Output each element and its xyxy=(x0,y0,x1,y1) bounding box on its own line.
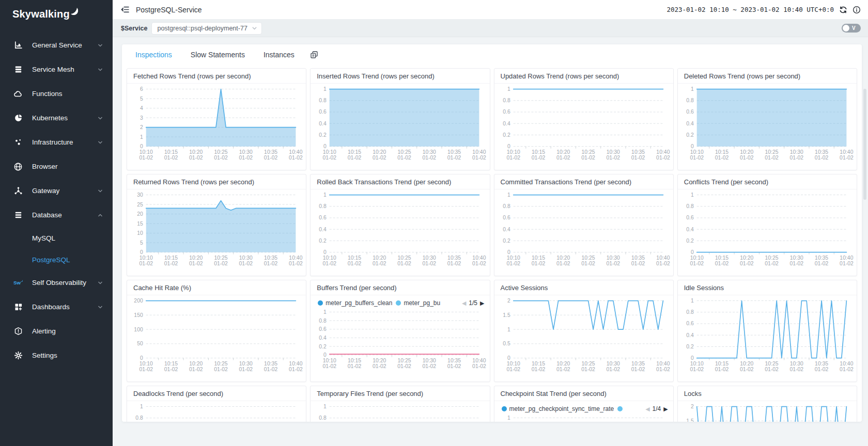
svg-text:1: 1 xyxy=(691,298,694,304)
svg-text:10:1501-02: 10:1501-02 xyxy=(531,149,545,161)
legend-page: 1/5 xyxy=(469,299,477,307)
svg-text:10:1001-02: 10:1001-02 xyxy=(139,149,153,161)
svg-text:0.2: 0.2 xyxy=(319,344,327,349)
chart-title: Temporary Files Trend (per second) xyxy=(311,386,489,401)
chart-plot: 00.20.40.60.8110:1001-0210:1501-0210:200… xyxy=(494,189,673,271)
svg-text:0.4: 0.4 xyxy=(686,227,694,232)
svg-text:10:1001-02: 10:1001-02 xyxy=(323,255,337,266)
svg-text:10:2001-02: 10:2001-02 xyxy=(556,361,570,372)
legend-prev-icon[interactable]: ◀ xyxy=(645,406,649,412)
svg-text:5: 5 xyxy=(140,240,143,246)
chart-plot: 00.20.40.60.8110:1001-0210:1501-0210:200… xyxy=(494,412,673,422)
svg-text:2: 2 xyxy=(140,124,143,130)
chevron-down-icon xyxy=(97,115,103,121)
svg-text:10:3501-02: 10:3501-02 xyxy=(447,149,461,161)
legend-item[interactable]: meter_pg_checkpoint_sync_time_rate xyxy=(502,405,614,412)
chart-body: meter_pg_checkpoint_sync_time_rate◀1/4▶0… xyxy=(494,401,673,422)
svg-text:10:1001-02: 10:1001-02 xyxy=(139,361,153,372)
svg-text:1: 1 xyxy=(507,327,510,332)
sidebar-item-settings[interactable]: Settings xyxy=(0,343,113,368)
sidebar-item-alerting[interactable]: Alerting xyxy=(0,319,113,343)
variables-toolbar: $Service postgresql::psql-deployment-77 … xyxy=(113,20,868,37)
sidebar-subitem-mysql[interactable]: MySQL xyxy=(0,227,113,249)
sidebar-item-functions[interactable]: Functions xyxy=(0,82,113,106)
svg-text:10:1501-02: 10:1501-02 xyxy=(715,361,729,372)
svg-text:0.8: 0.8 xyxy=(503,98,510,103)
legend-next-icon[interactable]: ▶ xyxy=(663,406,668,412)
svg-text:10:2501-02: 10:2501-02 xyxy=(581,149,595,161)
legend-label: meter_pg_bu xyxy=(404,299,440,307)
svg-text:10:2501-02: 10:2501-02 xyxy=(765,149,779,161)
time-range[interactable]: 2023-01-02 10:10 ~ 2023-01-02 10:40 UTC+… xyxy=(667,6,834,13)
sidebar-item-general-service[interactable]: General Service xyxy=(0,33,113,57)
copy-dashboard-icon[interactable] xyxy=(310,51,318,59)
sidebar-item-infrastructure[interactable]: Infrastructure xyxy=(0,130,113,154)
vertical-scrollbar[interactable] xyxy=(863,89,866,200)
sidebar-item-dashboards[interactable]: Dashboards xyxy=(0,295,113,319)
legend-dot-icon xyxy=(617,406,623,411)
info-icon[interactable] xyxy=(853,6,861,14)
legend-item[interactable] xyxy=(617,406,623,411)
legend-item[interactable]: meter_pg_bu xyxy=(396,299,440,307)
svg-text:25: 25 xyxy=(137,202,143,208)
legend-prev-icon[interactable]: ◀ xyxy=(462,300,466,307)
service-select[interactable]: postgresql::psql-deployment-77 xyxy=(151,22,261,35)
tab-inspections[interactable]: Inspections xyxy=(135,51,172,59)
svg-text:10:4001-02: 10:4001-02 xyxy=(289,255,303,266)
sidebar-item-service-mesh[interactable]: Service Mesh xyxy=(0,57,113,82)
sidebar-item-gateway[interactable]: Gateway xyxy=(0,179,113,203)
tab-slow-statements[interactable]: Slow Statements xyxy=(191,51,245,59)
logo-text: Skywalking xyxy=(12,8,70,20)
chart-plot: 00.20.40.60.8110:1001-0210:1501-0210:200… xyxy=(678,84,857,165)
service-select-value: postgresql::psql-deployment-77 xyxy=(157,25,247,32)
svg-text:0: 0 xyxy=(691,355,694,361)
svg-text:10:1001-02: 10:1001-02 xyxy=(690,255,704,266)
svg-text:1: 1 xyxy=(691,86,694,92)
svg-text:150: 150 xyxy=(134,312,143,318)
refresh-icon[interactable] xyxy=(839,6,847,14)
svg-text:0.6: 0.6 xyxy=(319,109,327,115)
menu-fold-icon[interactable] xyxy=(121,5,130,14)
chart-card-conflicts-trend-per-second: Conflicts Trend (per second)00.20.40.60.… xyxy=(677,174,857,276)
sidebar-item-label: Settings xyxy=(32,352,103,359)
svg-text:10:2001-02: 10:2001-02 xyxy=(740,149,754,161)
sidebar-subitem-postgresql[interactable]: PostgreSQL xyxy=(0,249,113,270)
svg-text:10:2501-02: 10:2501-02 xyxy=(581,255,595,266)
svg-text:10:3001-02: 10:3001-02 xyxy=(423,149,437,161)
gear-icon xyxy=(13,351,23,360)
legend-next-icon[interactable]: ▶ xyxy=(480,300,484,307)
legend-item[interactable]: meter_pg_buffers_clean xyxy=(318,299,392,307)
legend-page: 1/4 xyxy=(653,405,661,412)
svg-text:10: 10 xyxy=(137,230,143,236)
chart-body: 00.511.5210:1001-0210:1501-0210:2001-021… xyxy=(494,295,673,381)
chevron-down-icon xyxy=(97,67,103,73)
svg-text:10:3001-02: 10:3001-02 xyxy=(423,358,437,369)
variables-visibility-toggle[interactable]: V xyxy=(842,24,861,33)
svg-text:10:4001-02: 10:4001-02 xyxy=(840,149,854,161)
svg-text:10:2001-02: 10:2001-02 xyxy=(740,255,754,266)
sidebar-item-label: Service Mesh xyxy=(32,66,97,73)
svg-text:0: 0 xyxy=(691,249,694,255)
tab-instances[interactable]: Instances xyxy=(264,51,295,59)
chart-card-locks: Locks00.511.5210:1001-0210:1501-0210:200… xyxy=(677,386,857,422)
chart-body: 012345610:1001-0210:1501-0210:2001-0210:… xyxy=(127,84,306,170)
svg-text:10:2501-02: 10:2501-02 xyxy=(397,149,411,161)
sidebar-item-database[interactable]: Database xyxy=(0,203,113,227)
svg-text:10:3501-02: 10:3501-02 xyxy=(631,255,645,266)
chart-plot: 05101520253010:1001-0210:1501-0210:2001-… xyxy=(127,189,306,271)
sidebar-item-browser[interactable]: Browser xyxy=(0,154,113,179)
chart-title: Deadlocks Trend (per second) xyxy=(127,386,306,401)
sidebar-item-kubernetes[interactable]: Kubernetes xyxy=(0,106,113,130)
chart-card-checkpoint-stat-trend-per-second: Checkpoint Stat Trend (per second)meter_… xyxy=(494,386,674,422)
svg-text:10:1001-02: 10:1001-02 xyxy=(506,149,520,161)
svg-text:0.2: 0.2 xyxy=(503,238,510,244)
dashboards-icon xyxy=(13,302,23,312)
svg-text:10:1001-02: 10:1001-02 xyxy=(139,255,153,266)
svg-text:15: 15 xyxy=(137,221,143,227)
sidebar-item-self-observability[interactable]: SwSelf Observability xyxy=(0,270,113,295)
chart-plot: 00.20.40.60.8110:1001-0210:1501-0210:200… xyxy=(678,295,857,377)
chart-body: 00.20.40.60.8110:1001-0210:1501-0210:200… xyxy=(127,401,306,422)
svg-text:10:3501-02: 10:3501-02 xyxy=(631,361,645,372)
svg-text:0: 0 xyxy=(507,249,510,255)
svg-text:3: 3 xyxy=(140,115,143,121)
